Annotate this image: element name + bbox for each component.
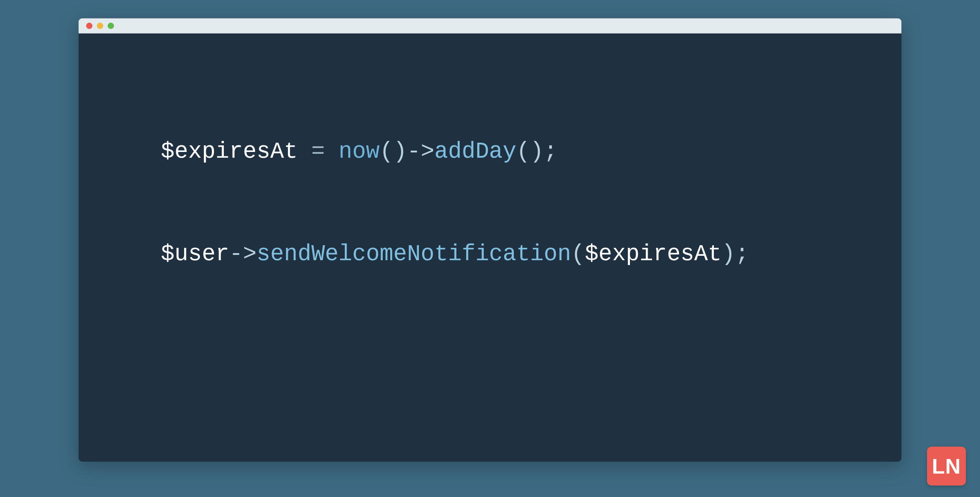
function-call: now xyxy=(339,138,380,164)
logo-badge: LN xyxy=(927,447,966,486)
code-line-2: $user->sendWelcomeNotification($expiresA… xyxy=(161,237,819,271)
variable-name: expiresAt xyxy=(599,241,722,267)
logo-text: LN xyxy=(932,454,961,478)
blank-line xyxy=(161,169,819,203)
open-paren: ( xyxy=(571,241,585,267)
blank-line xyxy=(161,203,819,237)
line-end: (); xyxy=(516,138,558,164)
arrow-operator: ()-> xyxy=(380,138,434,164)
window-titlebar xyxy=(79,18,901,33)
arrow-operator: -> xyxy=(229,241,256,267)
code-line-1: $expiresAt = now()->addDay(); xyxy=(161,134,819,168)
assignment-operator: = xyxy=(298,138,339,164)
php-sigil: $ xyxy=(161,138,174,164)
method-call: sendWelcomeNotification xyxy=(256,241,571,267)
code-content: $expiresAt = now()->addDay(); $user->sen… xyxy=(79,33,901,271)
php-sigil: $ xyxy=(585,241,599,267)
variable-name: expiresAt xyxy=(174,138,298,164)
line-end: ); xyxy=(722,241,749,267)
variable-name: user xyxy=(174,241,229,267)
maximize-icon[interactable] xyxy=(108,23,114,29)
php-sigil: $ xyxy=(161,241,174,267)
minimize-icon[interactable] xyxy=(97,23,103,29)
method-call: addDay xyxy=(434,138,516,164)
code-window: $expiresAt = now()->addDay(); $user->sen… xyxy=(79,18,901,462)
close-icon[interactable] xyxy=(86,23,92,29)
